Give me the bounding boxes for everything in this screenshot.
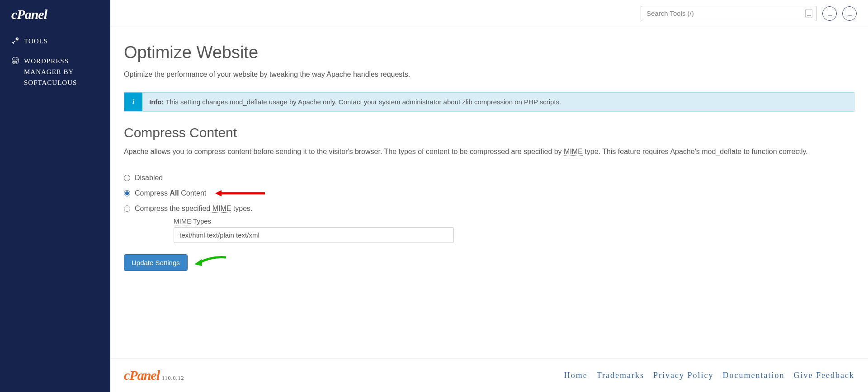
wordpress-icon	[11, 56, 19, 65]
mime-types-input[interactable]	[174, 227, 454, 243]
mime-abbr: MIME	[174, 217, 191, 225]
radio-all-row: Compress All Content	[124, 186, 854, 201]
footer-links: Home Trademarks Privacy Policy Documenta…	[564, 371, 854, 380]
mime-types-label: MIME Types	[174, 217, 854, 225]
footer-logo: cPanel	[124, 368, 160, 383]
logo: cPanel	[0, 7, 110, 31]
user-menu-button[interactable]: ⎵	[842, 6, 857, 21]
info-icon: i	[124, 93, 142, 111]
mime-types-block: MIME Types	[174, 217, 854, 243]
update-settings-button[interactable]: Update Settings	[124, 254, 188, 271]
logo-text: cPanel	[11, 7, 47, 22]
footer-version: 110.0.12	[162, 375, 184, 382]
footer-link-documentation[interactable]: Documentation	[723, 371, 785, 380]
radio-compress-all[interactable]	[124, 190, 130, 196]
radio-compress-specified-label[interactable]: Compress the specified MIME types.	[135, 205, 253, 213]
footer-link-feedback[interactable]: Give Feedback	[794, 371, 854, 380]
svg-marker-2	[215, 190, 222, 196]
radio-disabled-label[interactable]: Disabled	[135, 174, 163, 182]
arrow-red-annotation	[215, 190, 265, 197]
notifications-button[interactable]: ⎵	[822, 6, 837, 21]
footer-link-home[interactable]: Home	[564, 371, 588, 380]
search-input[interactable]	[641, 6, 817, 21]
sidebar: cPanel Tools WordPress Manager by Softac…	[0, 0, 110, 392]
footer-link-trademarks[interactable]: Trademarks	[597, 371, 644, 380]
sidebar-item-label: Tools	[24, 36, 99, 47]
search-hotkey-icon: ⎵	[805, 9, 812, 18]
info-body: Info: This setting changes mod_deflate u…	[142, 93, 568, 111]
mime-abbr: MIME	[564, 148, 583, 156]
radio-compress-all-label[interactable]: Compress All Content	[135, 189, 206, 197]
footer-left: cPanel 110.0.12	[124, 368, 184, 383]
page-description: Optimize the performance of your website…	[124, 70, 854, 79]
user-icon: ⎵	[848, 10, 851, 17]
radio-disabled-row: Disabled	[124, 170, 854, 186]
section-description: Apache allows you to compress content be…	[124, 147, 854, 157]
mime-abbr: MIME	[212, 205, 231, 213]
footer-link-privacy[interactable]: Privacy Policy	[653, 371, 714, 380]
sidebar-item-tools[interactable]: Tools	[0, 31, 110, 51]
compress-radio-group: Disabled Compress All Content Compress t…	[124, 170, 854, 243]
section-title: Compress Content	[124, 125, 854, 140]
info-text: This setting changes mod_deflate usage b…	[165, 98, 561, 106]
tools-icon	[11, 37, 19, 45]
submit-row: Update Settings	[124, 254, 854, 271]
bell-icon: ⎵	[828, 10, 831, 17]
radio-disabled[interactable]	[124, 175, 130, 181]
search-wrap: ⎵	[641, 6, 817, 21]
radio-specified-row: Compress the specified MIME types.	[124, 201, 854, 216]
info-label: Info:	[149, 98, 164, 106]
sidebar-item-wordpress[interactable]: WordPress Manager by Softaculous	[0, 51, 110, 93]
info-alert: i Info: This setting changes mod_deflate…	[124, 92, 854, 112]
main: ⎵ ⎵ ⎵ Optimize Website Optimize the perf…	[110, 0, 868, 392]
topbar: ⎵ ⎵ ⎵	[110, 0, 868, 27]
page-title: Optimize Website	[124, 43, 854, 62]
svg-marker-3	[194, 259, 202, 266]
content: Optimize Website Optimize the performanc…	[110, 27, 868, 358]
radio-compress-specified[interactable]	[124, 205, 130, 212]
sidebar-item-label: WordPress Manager by Softaculous	[24, 56, 99, 88]
arrow-green-annotation	[193, 256, 227, 269]
footer: cPanel 110.0.12 Home Trademarks Privacy …	[110, 358, 868, 392]
